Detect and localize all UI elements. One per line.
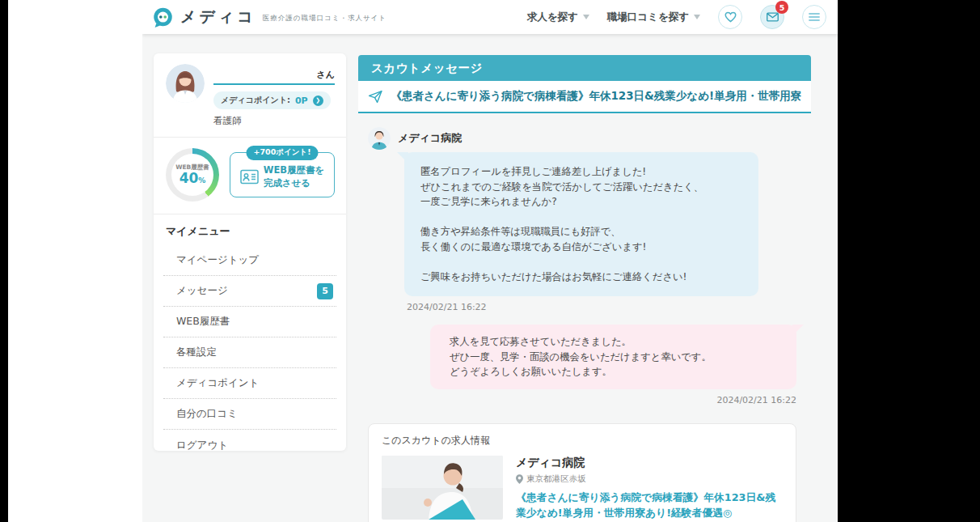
menu-item-logout[interactable]: ログアウト <box>163 430 336 460</box>
job-hospital-name: メディコ病院 <box>516 456 783 470</box>
site-logo[interactable]: メディコ 医療介護の職場口コミ・求人サイト <box>152 6 387 28</box>
messages-count-badge: 5 <box>317 283 333 299</box>
nav-search-jobs[interactable]: 求人を探す <box>527 11 589 24</box>
page-title: スカウトメッセージ <box>371 61 483 76</box>
menu-button[interactable] <box>802 5 826 29</box>
points-bonus-badge: +700ポイント! <box>246 146 318 160</box>
menu-item-messages[interactable]: メッセージ 5 <box>163 276 336 307</box>
scout-message-bubble: 匿名プロフィールを拝見しご連絡差し上げました! ぜひこれまでのご経験を当院で活か… <box>404 152 758 296</box>
favorites-button[interactable] <box>718 5 742 29</box>
sender-row: メディコ病院 <box>368 127 811 150</box>
sidebar: さん メディコポイント: 0P ❯ 看護師 WEB履歴書 40% <box>154 53 346 451</box>
chevron-down-icon <box>583 15 589 19</box>
medico-points-pill[interactable]: メディコポイント: 0P ❯ <box>213 91 331 109</box>
paper-plane-icon <box>368 90 383 104</box>
scout-job-card[interactable]: このスカウトの求人情報 <box>368 423 796 522</box>
menu-item-web-resume[interactable]: WEB履歴書 <box>163 307 336 337</box>
my-menu-heading: マイメニュー <box>154 214 346 242</box>
chevron-down-icon <box>694 15 700 19</box>
hospital-avatar <box>368 127 391 150</box>
reply-message-bubble: 求人を見て応募させていただきました。 ぜひ一度、見学・面談の機会をいただけますと… <box>430 325 796 389</box>
job-card-label: このスカウトの求人情報 <box>382 434 783 448</box>
profile-summary: さん メディコポイント: 0P ❯ 看護師 <box>154 53 346 127</box>
map-pin-icon <box>516 474 523 484</box>
nav-search-reviews[interactable]: 職場口コミを探す <box>607 11 700 24</box>
menu-item-settings[interactable]: 各種設定 <box>163 337 336 368</box>
user-occupation: 看護師 <box>213 115 335 127</box>
reply-message-timestamp: 2024/02/21 16:22 <box>358 395 796 405</box>
screenshot-stage: メディコ 医療介護の職場口コミ・求人サイト 求人を探す 職場口コミを探す <box>0 0 980 522</box>
resume-progress-donut: WEB履歴書 40% <box>166 148 219 202</box>
my-menu: マイページトップ メッセージ 5 WEB履歴書 各種設定 メディコポイント 自分… <box>163 245 336 460</box>
menu-item-my-reviews[interactable]: 自分の口コミ <box>163 399 336 430</box>
scout-message-panel: スカウトメッセージ 《患者さんに寄り添う病院で病棟看護》年休123日&残業少なめ… <box>358 55 811 522</box>
page-title-bar: スカウトメッセージ <box>358 55 811 81</box>
logo-speech-bubble-icon <box>152 6 174 28</box>
heart-icon <box>724 11 737 23</box>
job-title-link[interactable]: 《患者さんに寄り添う病院で病棟看護》年休123日&残業少なめ!単身用・世帯用寮あ… <box>516 490 783 520</box>
id-card-icon <box>240 169 259 185</box>
site-header: メディコ 医療介護の職場口コミ・求人サイト 求人を探す 職場口コミを探す <box>142 0 838 34</box>
browser-viewport: メディコ 医療介護の職場口コミ・求人サイト 求人を探す 職場口コミを探す <box>142 0 838 522</box>
menu-item-medico-points[interactable]: メディコポイント <box>163 368 336 399</box>
complete-resume-button[interactable]: +700ポイント! WEB履歴書を 完成させる <box>230 152 335 197</box>
chevron-right-icon: ❯ <box>313 95 323 106</box>
scout-message-timestamp: 2024/02/21 16:22 <box>407 302 811 312</box>
resume-button-label: WEB履歴書を 完成させる <box>264 163 325 189</box>
resume-progress-section: WEB履歴書 40% +700ポイント! WEB履歴書を 完成させる <box>154 138 346 212</box>
mail-icon <box>767 12 779 22</box>
message-subject: 《患者さんに寄り添う病院で病棟看護》年休123日&残業少なめ!単身用・世帯用寮… <box>391 89 802 104</box>
user-name: さん <box>213 69 335 85</box>
window-left-margin <box>8 0 142 522</box>
name-honorific: さん <box>316 69 335 81</box>
menu-item-mypage-top[interactable]: マイページトップ <box>163 245 336 276</box>
unread-count-badge: 5 <box>775 1 788 14</box>
job-photo <box>382 456 503 520</box>
messages-button[interactable]: 5 <box>760 5 784 29</box>
sender-name: メディコ病院 <box>398 131 462 146</box>
hamburger-icon <box>809 12 820 22</box>
site-tagline: 医療介護の職場口コミ・求人サイト <box>263 14 387 23</box>
logo-text: メディコ <box>180 6 256 28</box>
user-avatar <box>166 64 205 103</box>
header-nav: 求人を探す 職場口コミを探す 5 <box>527 5 838 29</box>
job-location-row: 東京都港区赤坂 <box>516 473 783 485</box>
message-subject-row[interactable]: 《患者さんに寄り添う病院で病棟看護》年休123日&残業少なめ!単身用・世帯用寮… <box>358 81 811 113</box>
